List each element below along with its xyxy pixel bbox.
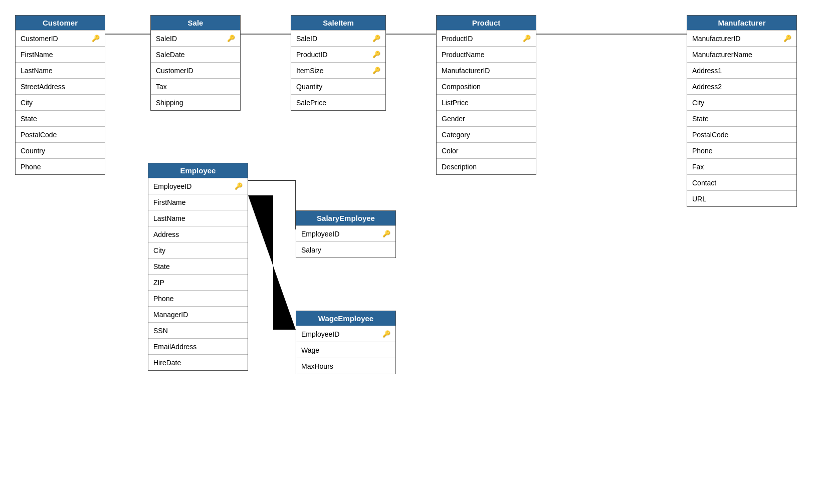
field-name: ProductID (442, 35, 473, 43)
key-icon: 🔑 (372, 67, 380, 74)
table-customer-row-0: CustomerID🔑 (16, 30, 105, 46)
field-name: Fax (692, 163, 704, 171)
key-icon: 🔑 (372, 35, 380, 42)
field-name: Shipping (156, 99, 183, 107)
field-name: Phone (21, 163, 41, 171)
field-name: ManufacturerID (692, 35, 740, 43)
table-customer-header: Customer (16, 16, 105, 30)
table-employee-row-10: EmailAddress (148, 338, 248, 354)
field-name: Address2 (692, 83, 722, 91)
table-product-header: Product (437, 16, 536, 30)
key-icon: 🔑 (382, 330, 390, 338)
field-name: EmployeeID (153, 182, 191, 190)
field-name: SaleID (156, 35, 177, 43)
table-employee-row-11: HireDate (148, 354, 248, 370)
field-name: FirstName (153, 198, 186, 206)
field-name: SaleDate (156, 51, 185, 59)
table-product-row-1: ProductName (437, 46, 536, 62)
table-wageemployee-row-1: Wage (296, 342, 395, 358)
field-name: Phone (692, 147, 712, 155)
table-manufacturer-row-3: Address2 (687, 78, 796, 94)
table-saleitem-row-3: Quantity (291, 78, 385, 94)
table-product-row-2: ManufacturerID (437, 62, 536, 78)
table-product-row-6: Category (437, 126, 536, 142)
table-employee-row-4: City (148, 242, 248, 258)
field-name: LastName (153, 214, 185, 222)
table-employee-row-6: ZIP (148, 274, 248, 290)
key-icon: 🔑 (92, 35, 100, 42)
field-name: ListPrice (442, 99, 469, 107)
table-employee-row-8: ManagerID (148, 306, 248, 322)
field-name: ManufacturerID (442, 67, 490, 75)
field-name: State (692, 115, 709, 123)
table-salaryemployee-row-0: EmployeeID🔑 (296, 225, 395, 241)
field-name: EmployeeID (301, 330, 339, 338)
table-product-row-0: ProductID🔑 (437, 30, 536, 46)
field-name: EmailAddress (153, 343, 196, 351)
table-product-row-5: Gender (437, 110, 536, 126)
key-icon: 🔑 (523, 35, 531, 42)
field-name: Salary (301, 246, 321, 254)
field-name: EmployeeID (301, 230, 339, 238)
table-customer-row-7: Country (16, 142, 105, 158)
table-manufacturer-row-6: PostalCode (687, 126, 796, 142)
table-manufacturer-row-5: State (687, 110, 796, 126)
field-name: Country (21, 147, 45, 155)
table-customer: CustomerCustomerID🔑FirstNameLastNameStre… (15, 15, 105, 175)
table-manufacturer-row-2: Address1 (687, 62, 796, 78)
table-sale-row-3: Tax (151, 78, 240, 94)
table-employee-row-7: Phone (148, 290, 248, 306)
table-employee-row-2: LastName (148, 210, 248, 226)
key-icon: 🔑 (382, 230, 390, 237)
field-name: PostalCode (21, 131, 57, 139)
table-saleitem-row-1: ProductID🔑 (291, 46, 385, 62)
field-name: MaxHours (301, 362, 333, 370)
field-name: PostalCode (692, 131, 728, 139)
table-product-row-7: Color (437, 142, 536, 158)
table-manufacturer-row-10: URL (687, 190, 796, 206)
field-name: City (21, 99, 33, 107)
table-saleitem-row-4: SalePrice (291, 94, 385, 110)
field-name: SSN (153, 327, 168, 335)
field-name: SaleID (296, 35, 317, 43)
table-salaryemployee: SalaryEmployeeEmployeeID🔑Salary (296, 210, 396, 258)
table-sale-row-2: CustomerID (151, 62, 240, 78)
table-product-row-8: Description (437, 158, 536, 174)
field-name: SalePrice (296, 99, 326, 107)
table-wageemployee-row-0: EmployeeID🔑 (296, 326, 395, 342)
table-sale: SaleSaleID🔑SaleDateCustomerIDTaxShipping (150, 15, 241, 111)
table-saleitem-row-0: SaleID🔑 (291, 30, 385, 46)
table-salaryemployee-header: SalaryEmployee (296, 211, 395, 225)
table-employee-row-0: EmployeeID🔑 (148, 178, 248, 194)
table-employee-row-1: FirstName (148, 194, 248, 210)
table-employee-header: Employee (148, 163, 248, 178)
field-name: Description (442, 163, 477, 171)
table-product-row-4: ListPrice (437, 94, 536, 110)
table-employee: EmployeeEmployeeID🔑FirstNameLastNameAddr… (148, 163, 248, 371)
field-name: URL (692, 195, 706, 203)
table-customer-row-3: StreetAddress (16, 78, 105, 94)
field-name: Category (442, 131, 470, 139)
table-wageemployee: WageEmployeeEmployeeID🔑WageMaxHours (296, 311, 396, 374)
field-name: Address (153, 230, 179, 238)
key-icon: 🔑 (235, 182, 243, 190)
table-sale-row-0: SaleID🔑 (151, 30, 240, 46)
key-icon: 🔑 (372, 51, 380, 58)
field-name: Tax (156, 83, 167, 91)
table-customer-row-4: City (16, 94, 105, 110)
diagram-canvas: CustomerCustomerID🔑FirstNameLastNameStre… (0, 0, 815, 504)
table-saleitem-row-2: ItemSize🔑 (291, 62, 385, 78)
field-name: State (153, 263, 170, 271)
table-sale-header: Sale (151, 16, 240, 30)
table-saleitem: SaleItemSaleID🔑ProductID🔑ItemSize🔑Quanti… (291, 15, 386, 111)
field-name: Address1 (692, 67, 722, 75)
table-product: ProductProductID🔑ProductNameManufacturer… (436, 15, 536, 175)
field-name: Gender (442, 115, 465, 123)
table-manufacturer: ManufacturerManufacturerID🔑ManufacturerN… (687, 15, 797, 207)
table-customer-row-1: FirstName (16, 46, 105, 62)
table-manufacturer-header: Manufacturer (687, 16, 796, 30)
field-name: ItemSize (296, 67, 323, 75)
key-icon: 🔑 (783, 35, 791, 42)
field-name: Quantity (296, 83, 322, 91)
field-name: ManufacturerName (692, 51, 752, 59)
